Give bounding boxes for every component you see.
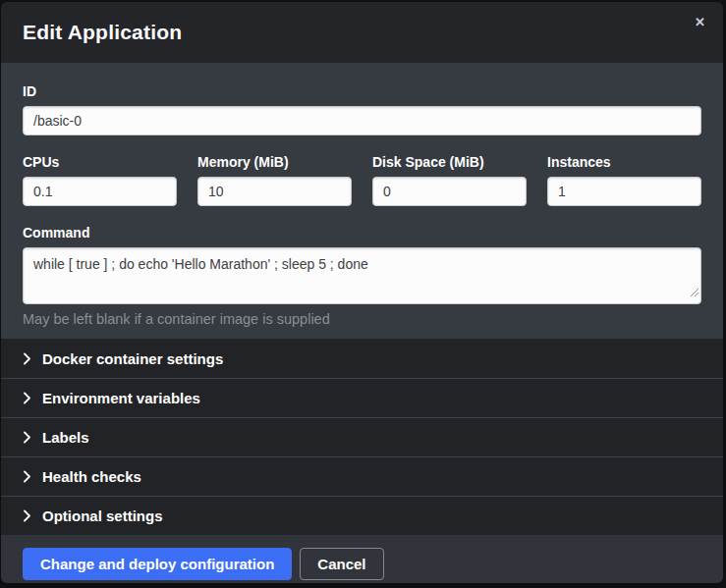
- memory-label: Memory (MiB): [197, 154, 352, 170]
- cpus-label: CPUs: [23, 154, 177, 170]
- disk-input[interactable]: [372, 177, 527, 206]
- id-label: ID: [23, 83, 701, 99]
- section-label: Environment variables: [42, 390, 200, 406]
- change-and-deploy-button[interactable]: Change and deploy configuration: [23, 548, 292, 580]
- page-title: Edit Application: [23, 21, 182, 44]
- resources-row: CPUs Memory (MiB) Disk Space (MiB) Insta…: [23, 154, 701, 206]
- id-input[interactable]: [23, 106, 701, 135]
- command-help-text: May be left blank if a container image i…: [23, 311, 701, 327]
- close-icon[interactable]: ✕: [692, 13, 708, 31]
- command-textarea-wrap: while [ true ] ; do echo 'Hello Marathon…: [23, 247, 701, 304]
- command-textarea[interactable]: while [ true ] ; do echo 'Hello Marathon…: [23, 247, 701, 304]
- section-optional-settings[interactable]: Optional settings: [1, 496, 723, 535]
- section-docker-container-settings[interactable]: Docker container settings: [1, 339, 723, 378]
- cpus-field-group: CPUs: [23, 154, 177, 206]
- chevron-right-icon: [23, 431, 31, 444]
- modal-header: Edit Application ✕: [1, 2, 723, 63]
- command-field-group: Command while [ true ] ; do echo 'Hello …: [23, 225, 701, 327]
- instances-input[interactable]: [547, 177, 701, 206]
- chevron-right-icon: [23, 392, 31, 404]
- modal-body: ID CPUs Memory (MiB) Disk Space (MiB) In…: [1, 63, 723, 339]
- section-label: Health checks: [42, 468, 141, 485]
- section-label: Docker container settings: [42, 350, 223, 367]
- instances-label: Instances: [547, 154, 701, 170]
- collapsible-section-list: Docker container settings Environment va…: [1, 339, 723, 535]
- section-label: Optional settings: [42, 508, 163, 524]
- id-field-group: ID: [23, 83, 701, 135]
- section-labels[interactable]: Labels: [1, 417, 723, 456]
- chevron-right-icon: [23, 470, 31, 483]
- memory-field-group: Memory (MiB): [197, 154, 352, 206]
- cancel-button[interactable]: Cancel: [300, 548, 383, 580]
- section-environment-variables[interactable]: Environment variables: [1, 378, 723, 417]
- command-label: Command: [23, 225, 701, 241]
- disk-label: Disk Space (MiB): [372, 154, 527, 170]
- chevron-right-icon: [23, 352, 31, 365]
- edit-application-modal: Edit Application ✕ ID CPUs Memory (MiB) …: [1, 2, 723, 583]
- chevron-right-icon: [23, 509, 31, 522]
- section-label: Labels: [42, 429, 89, 446]
- section-health-checks[interactable]: Health checks: [1, 456, 723, 496]
- cpus-input[interactable]: [23, 177, 177, 206]
- disk-field-group: Disk Space (MiB): [372, 154, 527, 206]
- memory-input[interactable]: [197, 177, 352, 206]
- instances-field-group: Instances: [547, 154, 701, 206]
- modal-footer: Change and deploy configuration Cancel: [1, 535, 723, 583]
